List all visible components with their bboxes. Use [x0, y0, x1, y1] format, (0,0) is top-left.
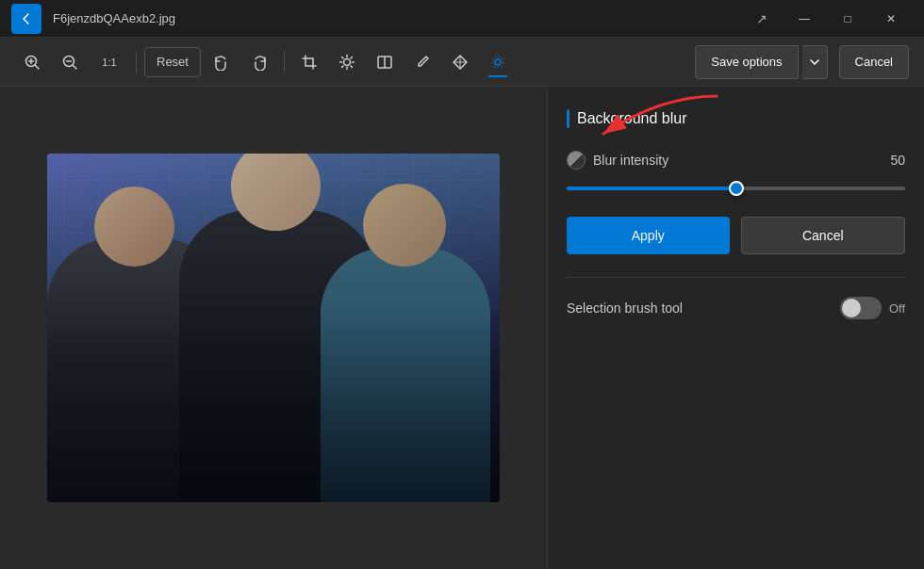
redo-button[interactable] — [242, 45, 276, 79]
expand-icon[interactable]: ↗ — [756, 11, 767, 26]
svg-line-1 — [36, 65, 40, 69]
minimize-button[interactable]: — — [783, 4, 826, 34]
svg-line-13 — [351, 66, 352, 67]
svg-point-7 — [343, 58, 350, 65]
fit-button[interactable]: 1:1 — [91, 45, 128, 79]
blur-value: 50 — [890, 153, 905, 168]
accent-bar — [567, 109, 569, 128]
blur-bg-button[interactable] — [481, 45, 515, 79]
apply-button[interactable]: Apply — [567, 217, 730, 254]
selection-brush-row: Selection brush tool Off — [567, 297, 905, 319]
right-panel: Background blur Blur intensity 50 Apply — [547, 87, 924, 569]
zoom-in-button[interactable] — [15, 45, 49, 79]
brightness-button[interactable] — [330, 45, 364, 79]
separator-1 — [136, 51, 137, 73]
back-button[interactable] — [11, 4, 41, 34]
svg-line-14 — [351, 57, 352, 57]
svg-line-5 — [74, 65, 77, 69]
blur-intensity-control: Blur intensity 50 — [567, 151, 905, 198]
maximize-button[interactable]: □ — [826, 4, 869, 34]
svg-point-20 — [495, 59, 501, 65]
toggle-off-label: Off — [889, 301, 905, 316]
blur-intensity-icon — [567, 151, 586, 170]
save-options-button[interactable]: Save options — [695, 45, 798, 79]
toolbar-cancel-button[interactable]: Cancel — [839, 45, 909, 79]
markup-button[interactable] — [405, 45, 439, 79]
svg-point-21 — [492, 57, 503, 68]
crowd-shadow — [47, 314, 500, 502]
panel-divider — [567, 277, 905, 278]
main-area: Background blur Blur intensity 50 Apply — [0, 87, 924, 569]
remove-bg-button[interactable] — [443, 45, 477, 79]
blur-label-left: Blur intensity — [567, 151, 668, 170]
window-title: F6jenzdbQAAexb2.jpg — [53, 11, 756, 25]
svg-line-15 — [342, 66, 343, 67]
window-controls: — □ ✕ — [783, 4, 913, 34]
compare-button[interactable] — [368, 45, 402, 79]
svg-line-12 — [342, 57, 343, 57]
blur-label-row: Blur intensity 50 — [567, 151, 905, 170]
reset-button[interactable]: Reset — [144, 47, 201, 77]
panel-title: Background blur — [567, 109, 905, 128]
separator-2 — [284, 51, 285, 73]
undo-button[interactable] — [205, 45, 239, 79]
action-buttons: Apply Cancel — [567, 217, 905, 254]
toggle-knob — [842, 299, 861, 317]
close-button[interactable]: ✕ — [869, 4, 913, 34]
zoom-out-button[interactable] — [53, 45, 87, 79]
image-container — [47, 154, 500, 502]
blur-slider-container[interactable] — [567, 179, 905, 198]
save-dropdown-button[interactable] — [802, 45, 828, 79]
toggle-row: Off — [840, 297, 905, 319]
selection-brush-label: Selection brush tool — [567, 301, 683, 316]
selection-brush-toggle[interactable] — [840, 297, 882, 319]
panel-cancel-button[interactable]: Cancel — [741, 217, 906, 254]
title-bar: F6jenzdbQAAexb2.jpg ↗ — □ ✕ — [0, 0, 924, 38]
crop-button[interactable] — [292, 45, 326, 79]
toolbar: 1:1 Reset Save options Cancel — [0, 38, 924, 87]
image-area — [0, 87, 547, 569]
